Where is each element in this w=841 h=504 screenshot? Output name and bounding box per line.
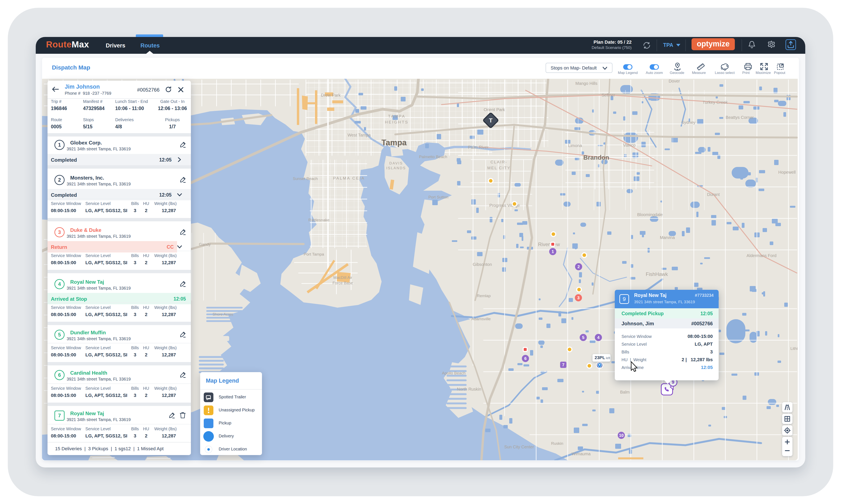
svg-text:3: 3 <box>577 295 580 300</box>
svg-text:CLAIR-: CLAIR- <box>491 160 507 164</box>
svg-text:23PL: 23PL <box>595 355 605 360</box>
svg-text:West Tampa: West Tampa <box>347 133 371 137</box>
svg-text:Tampa: Tampa <box>381 138 407 147</box>
svg-text:5: 5 <box>582 335 584 340</box>
svg-text:Valrico: Valrico <box>623 143 636 147</box>
svg-text:Port Tampa: Port Tampa <box>304 252 324 256</box>
svg-text:4: 4 <box>597 335 600 340</box>
svg-text:Dover: Dover <box>669 79 680 83</box>
svg-text:2: 2 <box>577 264 580 269</box>
svg-text:Apollo Beach: Apollo Beach <box>442 371 465 375</box>
svg-text:T: T <box>489 117 493 124</box>
svg-text:Ruskin: Ruskin <box>551 441 563 446</box>
svg-text:FishHawk: FishHawk <box>646 271 668 277</box>
svg-text:ISLANDS: ISLANDS <box>386 166 406 170</box>
svg-text:Hopewell: Hopewell <box>778 170 795 175</box>
svg-text:Lithia: Lithia <box>790 346 798 351</box>
svg-text:PALMA CEIA: PALMA CEIA <box>333 176 365 180</box>
svg-text:Seffner: Seffner <box>602 93 615 97</box>
svg-text:MEL CITY: MEL CITY <box>487 166 511 170</box>
svg-text:North Ruskin: North Ruskin <box>457 387 481 392</box>
svg-text:Limona: Limona <box>568 143 582 148</box>
svg-text:Bloomingdale: Bloomingdale <box>637 212 663 217</box>
svg-text:6: 6 <box>524 356 527 361</box>
svg-text:Sydney: Sydney <box>682 120 696 125</box>
svg-text:left: left <box>606 356 611 360</box>
svg-text:TAMPA: TAMPA <box>388 114 406 119</box>
svg-text:Shore Acres: Shore Acres <box>212 312 233 317</box>
svg-text:Balm: Balm <box>620 390 630 394</box>
svg-text:Palm River: Palm River <box>468 145 488 149</box>
svg-text:Drew Park: Drew Park <box>321 93 341 97</box>
svg-text:Remlap: Remlap <box>477 293 491 298</box>
svg-text:Marvina: Marvina <box>660 235 675 240</box>
svg-text:Durant: Durant <box>707 192 720 197</box>
svg-text:Rattlesnake: Rattlesnake <box>308 218 329 222</box>
svg-text:Adamsville: Adamsville <box>471 317 491 321</box>
svg-text:Brandon: Brandon <box>583 154 609 161</box>
svg-text:1: 1 <box>551 249 554 254</box>
svg-text:Force Base: Force Base <box>332 281 353 285</box>
svg-text:Gandy: Gandy <box>199 242 211 247</box>
svg-text:Palmetto Beach: Palmetto Beach <box>419 155 447 159</box>
svg-text:Wimauma: Wimauma <box>572 451 591 456</box>
svg-text:10: 10 <box>619 433 623 438</box>
svg-text:Orient Park: Orient Park <box>484 107 505 112</box>
svg-text:Mango Hills: Mango Hills <box>576 81 597 86</box>
svg-text:Aldermans Ford: Aldermans Ford <box>746 253 776 258</box>
svg-text:Sunset Beach: Sunset Beach <box>293 176 318 181</box>
svg-text:Beattys Corner: Beattys Corner <box>725 115 754 120</box>
svg-text:Port Sutton: Port Sutton <box>428 195 448 199</box>
svg-text:7: 7 <box>562 362 564 367</box>
svg-text:MacDill Air: MacDill Air <box>333 275 352 280</box>
svg-text:Riverview: Riverview <box>538 241 560 247</box>
svg-text:HEIGHTS: HEIGHTS <box>385 120 409 124</box>
svg-text:Gibsonton: Gibsonton <box>473 262 492 267</box>
svg-text:Sun City Center: Sun City Center <box>504 445 534 449</box>
svg-text:DAVIS: DAVIS <box>389 161 403 165</box>
svg-text:Turkey Creek: Turkey Creek <box>702 100 728 105</box>
